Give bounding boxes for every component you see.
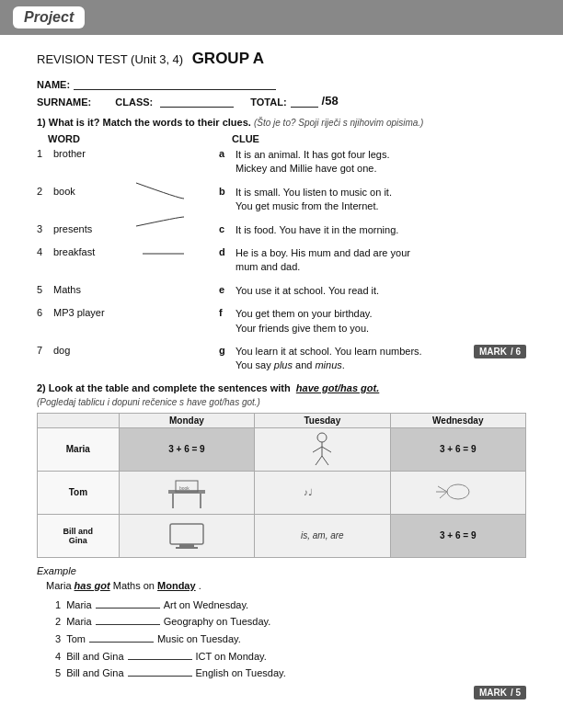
- svg-text:book: book: [179, 485, 190, 491]
- list-item-4: 4 Bill and Gina ICT on Monday.: [55, 648, 526, 665]
- sentence-4-after: ICT on Monday.: [196, 648, 267, 665]
- list-num-1: 1: [55, 597, 61, 614]
- wc-row-5: 5 Maths e You use it at school. You read…: [37, 284, 526, 298]
- wc-row-4: 4 breakfast d He is a boy. His mum and d…: [37, 246, 526, 275]
- section2-instruction-en: Look at the table and complete the sente…: [49, 382, 291, 393]
- class-label: CLASS:: [115, 97, 153, 108]
- list-item-3: 3 Tom Music on Tuesday.: [55, 631, 526, 648]
- logo-text: Project: [24, 9, 74, 26]
- table-bill-mon: [119, 514, 254, 557]
- list-item-2: 2 Maria Geography on Tuesday.: [55, 613, 526, 631]
- clue-text-7: You learn it at school. You learn number…: [236, 345, 468, 373]
- total-input-line: [291, 95, 318, 108]
- total-field: TOTAL: /58: [250, 94, 338, 108]
- word-6: MP3 player: [53, 307, 145, 318]
- fill-line-2[interactable]: [96, 613, 160, 625]
- clue-letter-3: c: [219, 223, 236, 234]
- word-5: Maths: [53, 284, 145, 295]
- name-label: NAME:: [37, 79, 70, 90]
- mark-value-1: / 6: [511, 347, 521, 357]
- svg-point-12: [447, 484, 469, 499]
- clue-header: CLUE: [232, 133, 259, 144]
- list-item-5: 5 Bill and Gina English on Tuesday.: [55, 665, 526, 682]
- section1-title: 1) What is it? Match the words to their …: [37, 117, 526, 128]
- svg-point-0: [317, 433, 327, 442]
- clue-text-3: It is food. You have it in the morning.: [236, 223, 526, 237]
- table-header-name: [38, 413, 120, 427]
- svg-line-5: [322, 456, 328, 465]
- svg-rect-17: [179, 544, 194, 547]
- surname-field: SURNAME:: [37, 95, 98, 108]
- total-value: /58: [322, 94, 339, 108]
- example-label: Example: [37, 565, 526, 576]
- sentence-5-before: Bill and Gina: [66, 665, 123, 682]
- word-num-7: 7: [37, 345, 53, 356]
- wc-row-7: 7 dog g You learn it at school. You lear…: [37, 345, 526, 373]
- fill-line-1[interactable]: [96, 597, 160, 609]
- table-row-bill-gina: Bill and Gina is, am, are 3 + 6 = 9: [38, 514, 526, 557]
- svg-line-4: [316, 456, 322, 465]
- clue-letter-6: f: [219, 307, 236, 318]
- sentence-4-before: Bill and Gina: [66, 648, 123, 665]
- svg-line-2: [313, 447, 322, 452]
- title-main: GROUP A: [192, 50, 264, 67]
- fill-line-3[interactable]: [89, 631, 154, 643]
- word-num-1: 1: [37, 148, 53, 159]
- section1-instruction-cr: (Što je to? Spoji riječi s njihovim opis…: [254, 118, 424, 128]
- clue-letter-5: e: [219, 284, 236, 295]
- wc-row-2: 2 book b It is small. You listen to musi…: [37, 186, 526, 214]
- name-input-line[interactable]: [74, 77, 276, 90]
- svg-rect-18: [176, 547, 198, 549]
- art-hands: [431, 473, 486, 510]
- svg-line-13: [438, 486, 447, 492]
- surname-row: SURNAME: CLASS: TOTAL: /58: [37, 94, 526, 108]
- mark-box-1: MARK / 6: [474, 345, 526, 358]
- main-content: REVISION TEST (Unit 3, 4) GROUP A NAME: …: [0, 35, 563, 714]
- svg-rect-16: [170, 524, 203, 544]
- mark-label-1: MARK: [479, 347, 507, 357]
- table-bill-tue: is, am, are: [255, 514, 390, 557]
- art-computer: [159, 517, 214, 553]
- word-num-2: 2: [37, 186, 53, 197]
- word-7: dog: [53, 345, 145, 356]
- wc-row-1: 1 brother a It is an animal. It has got …: [37, 148, 526, 176]
- section2-title: 2) Look at the table and complete the se…: [37, 382, 526, 393]
- header-bar: Project: [0, 0, 563, 35]
- project-logo: Project: [13, 6, 85, 28]
- table-row-tom: Tom book ♪♩: [38, 471, 526, 514]
- section2-highlight: have got/has got.: [296, 382, 379, 393]
- table-name-bill-gina: Bill and Gina: [38, 514, 120, 557]
- mark-label-2: MARK: [479, 688, 507, 698]
- fill-line-5[interactable]: [128, 665, 192, 677]
- art-music: ♪♩: [294, 473, 350, 510]
- class-input-line[interactable]: [160, 95, 234, 108]
- table-header-mon: Monday: [119, 413, 254, 427]
- page-title: REVISION TEST (Unit 3, 4) GROUP A: [37, 50, 526, 68]
- table-name-maria: Maria: [38, 427, 120, 471]
- table-maria-tue: [255, 427, 390, 471]
- sentence-1-before: Maria: [66, 597, 92, 614]
- table-header-tue: Tuesday: [255, 413, 390, 427]
- section2-number: 2): [37, 382, 46, 393]
- clue-letter-4: d: [219, 246, 236, 257]
- list-item-1: 1 Maria Art on Wednesday.: [55, 597, 526, 614]
- word-num-6: 6: [37, 307, 53, 318]
- mark-row-2: MARK / 5: [37, 686, 526, 700]
- class-field: CLASS:: [115, 95, 234, 108]
- table-tom-mon: book: [119, 471, 254, 514]
- table-tom-tue: ♪♩: [255, 471, 390, 514]
- word-1: brother: [53, 148, 145, 159]
- table-row-maria: Maria 3 + 6 = 9 3 + 6 = 9: [38, 427, 526, 471]
- wc-row-3: 3 presents c It is food. You have it in …: [37, 223, 526, 237]
- clue-text-2: It is small. You listen to music on it.Y…: [236, 186, 526, 214]
- fill-line-4[interactable]: [128, 648, 192, 660]
- sentence-1-after: Art on Wednesday.: [164, 597, 249, 614]
- list-num-4: 4: [55, 648, 61, 665]
- sentence-2-after: Geography on Tuesday.: [164, 613, 271, 631]
- table-tom-wed: [390, 471, 525, 514]
- svg-line-15: [440, 492, 447, 498]
- sentence-5-after: English on Tuesday.: [196, 665, 286, 682]
- word-num-4: 4: [37, 246, 53, 257]
- section1-instruction-en: What is it? Match the words to their clu…: [49, 117, 251, 128]
- clue-text-5: You use it at school. You read it.: [236, 284, 526, 298]
